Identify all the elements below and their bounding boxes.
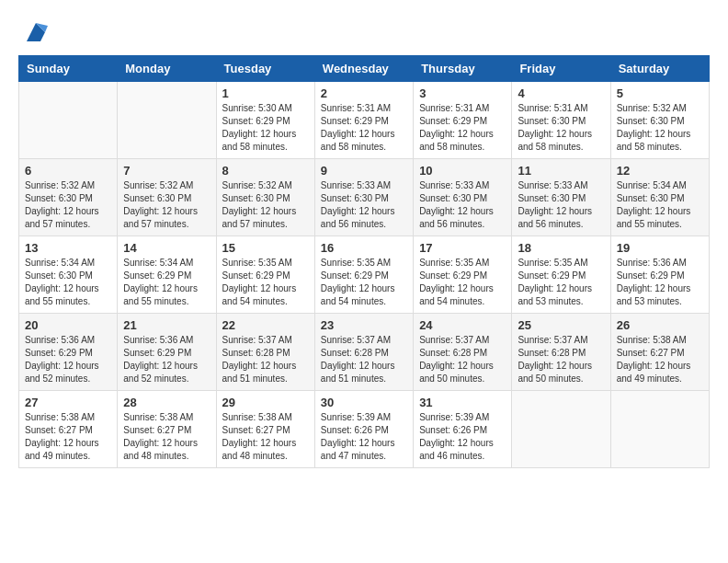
day-number: 26 (617, 318, 703, 332)
day-number: 10 (419, 164, 506, 178)
day-number: 28 (123, 396, 210, 409)
day-number: 15 (222, 241, 309, 255)
day-number: 11 (518, 164, 604, 178)
calendar-cell: 27Sunrise: 5:38 AM Sunset: 6:27 PM Dayli… (19, 391, 118, 468)
day-info: Sunrise: 5:38 AM Sunset: 6:27 PM Dayligh… (222, 411, 309, 463)
calendar-header-row: SundayMondayTuesdayWednesdayThursdayFrid… (19, 56, 710, 82)
day-info: Sunrise: 5:33 AM Sunset: 6:30 PM Dayligh… (518, 179, 604, 231)
day-number: 4 (518, 86, 604, 100)
day-number: 6 (25, 164, 111, 178)
day-number: 25 (518, 318, 604, 332)
day-info: Sunrise: 5:37 AM Sunset: 6:28 PM Dayligh… (419, 334, 506, 385)
day-number: 17 (419, 241, 506, 255)
day-info: Sunrise: 5:30 AM Sunset: 6:29 PM Dayligh… (222, 102, 309, 154)
day-info: Sunrise: 5:35 AM Sunset: 6:29 PM Dayligh… (419, 257, 506, 308)
day-number: 14 (123, 241, 210, 255)
day-info: Sunrise: 5:36 AM Sunset: 6:29 PM Dayligh… (123, 334, 210, 385)
day-number: 24 (419, 318, 506, 332)
calendar-cell: 30Sunrise: 5:39 AM Sunset: 6:26 PM Dayli… (314, 391, 413, 468)
day-info: Sunrise: 5:35 AM Sunset: 6:29 PM Dayligh… (222, 257, 309, 308)
day-number: 5 (617, 86, 703, 100)
day-info: Sunrise: 5:39 AM Sunset: 6:26 PM Dayligh… (321, 411, 407, 463)
calendar-cell: 6Sunrise: 5:32 AM Sunset: 6:30 PM Daylig… (19, 159, 118, 236)
calendar-week-row: 6Sunrise: 5:32 AM Sunset: 6:30 PM Daylig… (19, 159, 710, 236)
day-info: Sunrise: 5:32 AM Sunset: 6:30 PM Dayligh… (25, 179, 111, 231)
calendar-cell: 8Sunrise: 5:32 AM Sunset: 6:30 PM Daylig… (216, 159, 314, 236)
calendar-cell: 29Sunrise: 5:38 AM Sunset: 6:27 PM Dayli… (216, 391, 314, 468)
day-of-week-header: Sunday (19, 56, 118, 82)
day-info: Sunrise: 5:34 AM Sunset: 6:30 PM Dayligh… (25, 257, 111, 308)
calendar-cell: 31Sunrise: 5:39 AM Sunset: 6:26 PM Dayli… (414, 391, 512, 468)
day-info: Sunrise: 5:38 AM Sunset: 6:27 PM Dayligh… (25, 411, 111, 463)
day-info: Sunrise: 5:34 AM Sunset: 6:30 PM Dayligh… (617, 179, 703, 231)
calendar-cell: 9Sunrise: 5:33 AM Sunset: 6:30 PM Daylig… (314, 159, 413, 236)
logo-icon (22, 18, 50, 46)
page-header (18, 18, 710, 46)
calendar-cell: 22Sunrise: 5:37 AM Sunset: 6:28 PM Dayli… (216, 314, 314, 391)
day-number: 31 (419, 396, 506, 409)
calendar-cell: 26Sunrise: 5:38 AM Sunset: 6:27 PM Dayli… (610, 314, 709, 391)
day-number: 2 (321, 86, 407, 100)
calendar-cell: 5Sunrise: 5:32 AM Sunset: 6:30 PM Daylig… (610, 82, 709, 159)
calendar-week-row: 20Sunrise: 5:36 AM Sunset: 6:29 PM Dayli… (19, 314, 710, 391)
day-of-week-header: Saturday (610, 56, 709, 82)
day-of-week-header: Wednesday (314, 56, 413, 82)
calendar-cell: 20Sunrise: 5:36 AM Sunset: 6:29 PM Dayli… (19, 314, 118, 391)
day-info: Sunrise: 5:32 AM Sunset: 6:30 PM Dayligh… (617, 102, 703, 154)
day-info: Sunrise: 5:37 AM Sunset: 6:28 PM Dayligh… (518, 334, 604, 385)
calendar-cell: 3Sunrise: 5:31 AM Sunset: 6:29 PM Daylig… (414, 82, 512, 159)
calendar-cell (118, 82, 216, 159)
day-of-week-header: Friday (512, 56, 610, 82)
day-number: 30 (321, 396, 407, 409)
calendar-cell: 14Sunrise: 5:34 AM Sunset: 6:29 PM Dayli… (118, 236, 216, 314)
day-number: 1 (222, 86, 309, 100)
day-info: Sunrise: 5:37 AM Sunset: 6:28 PM Dayligh… (222, 334, 309, 385)
day-info: Sunrise: 5:31 AM Sunset: 6:30 PM Dayligh… (518, 102, 604, 154)
calendar-cell (610, 391, 709, 468)
calendar-cell: 23Sunrise: 5:37 AM Sunset: 6:28 PM Dayli… (314, 314, 413, 391)
calendar-cell: 24Sunrise: 5:37 AM Sunset: 6:28 PM Dayli… (414, 314, 512, 391)
day-number: 22 (222, 318, 309, 332)
day-of-week-header: Thursday (414, 56, 512, 82)
calendar-cell: 18Sunrise: 5:35 AM Sunset: 6:29 PM Dayli… (512, 236, 610, 314)
day-number: 7 (123, 164, 210, 178)
day-info: Sunrise: 5:32 AM Sunset: 6:30 PM Dayligh… (222, 179, 309, 231)
day-number: 12 (617, 164, 703, 178)
day-info: Sunrise: 5:31 AM Sunset: 6:29 PM Dayligh… (419, 102, 506, 154)
calendar-cell (19, 82, 118, 159)
day-number: 3 (419, 86, 506, 100)
day-number: 13 (25, 241, 111, 255)
day-number: 8 (222, 164, 309, 178)
day-info: Sunrise: 5:36 AM Sunset: 6:29 PM Dayligh… (25, 334, 111, 385)
calendar-week-row: 13Sunrise: 5:34 AM Sunset: 6:30 PM Dayli… (19, 236, 710, 314)
day-number: 29 (222, 396, 309, 409)
day-number: 19 (617, 241, 703, 255)
calendar-cell: 15Sunrise: 5:35 AM Sunset: 6:29 PM Dayli… (216, 236, 314, 314)
day-info: Sunrise: 5:32 AM Sunset: 6:30 PM Dayligh… (123, 179, 210, 231)
day-info: Sunrise: 5:35 AM Sunset: 6:29 PM Dayligh… (321, 257, 407, 308)
calendar-week-row: 1Sunrise: 5:30 AM Sunset: 6:29 PM Daylig… (19, 82, 710, 159)
calendar-cell: 7Sunrise: 5:32 AM Sunset: 6:30 PM Daylig… (118, 159, 216, 236)
calendar-cell: 28Sunrise: 5:38 AM Sunset: 6:27 PM Dayli… (118, 391, 216, 468)
calendar-week-row: 27Sunrise: 5:38 AM Sunset: 6:27 PM Dayli… (19, 391, 710, 468)
day-info: Sunrise: 5:33 AM Sunset: 6:30 PM Dayligh… (321, 179, 407, 231)
day-number: 20 (25, 318, 111, 332)
day-info: Sunrise: 5:34 AM Sunset: 6:29 PM Dayligh… (123, 257, 210, 308)
day-number: 16 (321, 241, 407, 255)
day-info: Sunrise: 5:31 AM Sunset: 6:29 PM Dayligh… (321, 102, 407, 154)
calendar-cell: 12Sunrise: 5:34 AM Sunset: 6:30 PM Dayli… (610, 159, 709, 236)
day-number: 23 (321, 318, 407, 332)
calendar-cell: 1Sunrise: 5:30 AM Sunset: 6:29 PM Daylig… (216, 82, 314, 159)
day-info: Sunrise: 5:36 AM Sunset: 6:29 PM Dayligh… (617, 257, 703, 308)
calendar-cell: 10Sunrise: 5:33 AM Sunset: 6:30 PM Dayli… (414, 159, 512, 236)
calendar-table: SundayMondayTuesdayWednesdayThursdayFrid… (18, 55, 710, 468)
day-of-week-header: Tuesday (216, 56, 314, 82)
calendar-cell: 21Sunrise: 5:36 AM Sunset: 6:29 PM Dayli… (118, 314, 216, 391)
day-info: Sunrise: 5:37 AM Sunset: 6:28 PM Dayligh… (321, 334, 407, 385)
logo (18, 18, 50, 46)
calendar-cell: 13Sunrise: 5:34 AM Sunset: 6:30 PM Dayli… (19, 236, 118, 314)
day-number: 9 (321, 164, 407, 178)
calendar-cell: 19Sunrise: 5:36 AM Sunset: 6:29 PM Dayli… (610, 236, 709, 314)
day-info: Sunrise: 5:38 AM Sunset: 6:27 PM Dayligh… (123, 411, 210, 463)
calendar-cell (512, 391, 610, 468)
